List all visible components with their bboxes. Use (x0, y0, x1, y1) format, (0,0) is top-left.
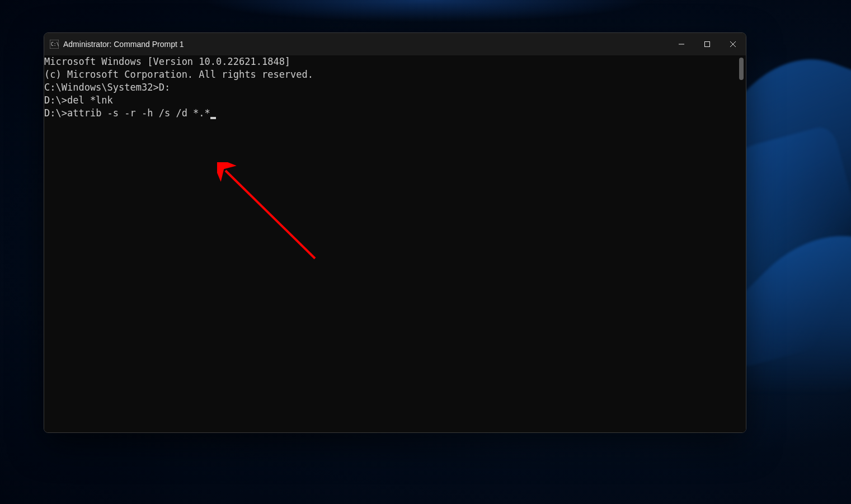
command-prompt-window: C:\ Administrator: Command Prompt 1 (44, 32, 746, 433)
bg-top-glow (202, 0, 650, 22)
terminal-content[interactable]: Microsoft Windows [Version 10.0.22621.18… (44, 55, 737, 432)
terminal-line: Microsoft Windows [Version 10.0.22621.18… (44, 55, 737, 68)
terminal-current-line: D:\>attrib -s -r -h /s /d *.* (44, 107, 737, 120)
window-controls (669, 33, 746, 55)
terminal-cursor (210, 117, 216, 119)
window-titlebar[interactable]: C:\ Administrator: Command Prompt 1 (44, 33, 746, 55)
window-title: Administrator: Command Prompt 1 (63, 40, 669, 49)
terminal-prompt: D:\> (44, 107, 67, 119)
terminal-line: C:\Windows\System32>D: (44, 81, 737, 94)
maximize-button[interactable] (694, 33, 720, 55)
svg-rect-3 (705, 42, 710, 47)
terminal-line: (c) Microsoft Corporation. All rights re… (44, 68, 737, 81)
scrollbar-track[interactable] (737, 55, 746, 432)
svg-text:C:\: C:\ (51, 42, 59, 47)
cmd-icon: C:\ (50, 40, 59, 49)
minimize-button[interactable] (669, 33, 694, 55)
scrollbar-thumb[interactable] (739, 58, 744, 80)
terminal-line: D:\>del *lnk (44, 94, 737, 107)
terminal-body[interactable]: Microsoft Windows [Version 10.0.22621.18… (44, 55, 746, 432)
terminal-command: attrib -s -r -h /s /d *.* (67, 107, 210, 119)
close-button[interactable] (720, 33, 746, 55)
